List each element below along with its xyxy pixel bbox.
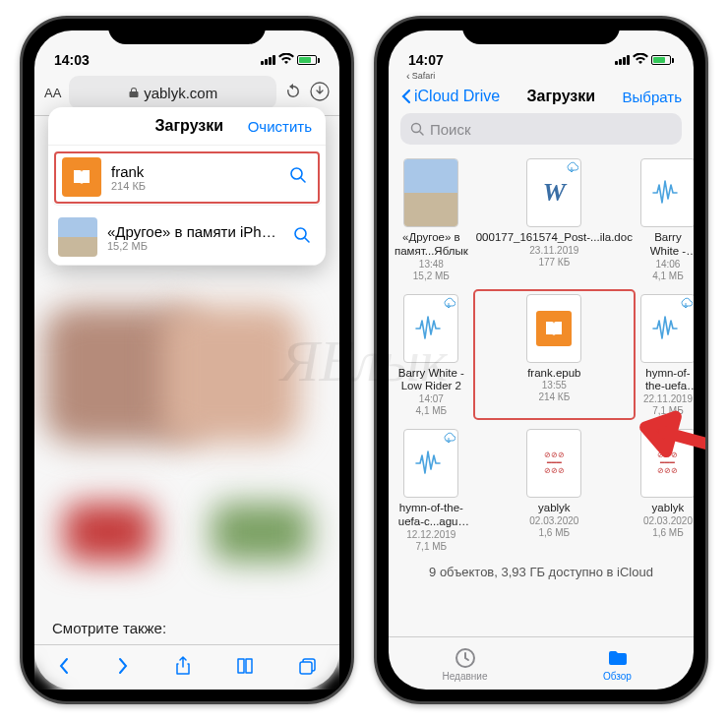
file-size: 15,2 МБ: [394, 270, 468, 282]
image-thumb: [58, 217, 97, 257]
file-date: 23.11.2019: [476, 245, 633, 257]
bookmarks-button[interactable]: [235, 657, 255, 679]
reload-button[interactable]: [284, 83, 302, 103]
file-date: 13:48: [394, 259, 468, 270]
file-size: 4,1 МБ: [640, 270, 694, 282]
audio-file-icon: [640, 294, 694, 363]
file-size: 214 КБ: [476, 391, 633, 403]
file-name: 000177_161574_Post-...ila.doc: [476, 231, 633, 245]
cellular-icon: [261, 55, 275, 65]
file-name: yablyk: [476, 502, 633, 515]
download-size: 214 КБ: [111, 180, 274, 192]
file-item[interactable]: «Другое» в памят...Яблык13:4815,2 МБ: [393, 154, 470, 284]
cellular-icon: [615, 55, 630, 65]
file-item[interactable]: W000177_161574_Post-...ila.doc23.11.2019…: [474, 154, 635, 284]
search-icon: [410, 122, 424, 136]
svg-point-1: [291, 168, 302, 179]
svg-point-2: [295, 228, 306, 239]
back-icloud-drive[interactable]: iCloud Drive: [400, 88, 500, 105]
file-item[interactable]: Barry White - Low Rider14:064,1 МБ: [638, 154, 694, 284]
file-name: Barry White - Low Rider: [640, 231, 694, 259]
svg-point-5: [412, 124, 421, 133]
img-file-icon: [403, 158, 458, 227]
cloud-download-icon: [442, 297, 455, 311]
select-button[interactable]: Выбрать: [623, 89, 682, 105]
file-size: 1,6 МБ: [476, 527, 633, 539]
epub-file-icon: [526, 294, 581, 363]
file-name: yablyk: [640, 502, 694, 515]
battery-icon: [651, 55, 674, 65]
file-item[interactable]: frank.epub13:55214 КБ: [474, 290, 635, 420]
phone-safari: 14:03 AA yablyk.com iPa: [20, 16, 354, 704]
file-name: frank.epub: [476, 367, 633, 381]
notch: [108, 19, 266, 44]
file-item[interactable]: hymn-of-the-uefa-c...ague 212.12.20197,1…: [393, 425, 470, 555]
downloads-title: Загрузки: [155, 117, 224, 135]
search-placeholder: Поиск: [430, 121, 471, 138]
pdf-file-icon: ⊘⊘⊘━━━⊘⊘⊘: [526, 429, 581, 498]
lock-icon: [128, 87, 140, 98]
phone-files: 14:07 ‹Safari iCloud Drive Загрузки Выбр…: [374, 16, 708, 704]
file-size: 1,6 МБ: [640, 527, 694, 539]
file-grid: «Другое» в памят...Яблык13:4815,2 МБW000…: [389, 150, 694, 555]
audio-file-icon: [640, 158, 694, 227]
file-date: 12.12.2019: [394, 529, 468, 541]
see-also: Смотрите также:: [52, 620, 166, 636]
file-name: Barry White - Low Rider 2: [394, 367, 468, 394]
file-size: 7,1 МБ: [394, 541, 468, 553]
search-input[interactable]: Поиск: [400, 113, 682, 145]
file-date: 14:07: [394, 393, 468, 405]
wifi-icon: [633, 52, 648, 68]
svg-rect-4: [300, 662, 312, 674]
download-size: 15,2 МБ: [107, 240, 278, 252]
cloud-download-icon: [442, 432, 455, 446]
file-date: 02.03.2020: [640, 515, 694, 527]
status-time: 14:03: [54, 52, 113, 68]
reveal-in-files-icon[interactable]: [288, 226, 316, 248]
file-name: «Другое» в памят...Яблык: [394, 231, 468, 259]
doc-file-icon: W: [526, 158, 581, 227]
clear-button[interactable]: Очистить: [248, 118, 312, 135]
tab-bar: Недавние Обзор: [389, 636, 694, 690]
audio-file-icon: [403, 429, 458, 498]
notch: [462, 19, 620, 44]
files-header: iCloud Drive Загрузки Выбрать: [389, 82, 694, 109]
tabs-button[interactable]: [298, 657, 318, 679]
url-field[interactable]: yablyk.com: [69, 76, 276, 109]
tab-recent[interactable]: Недавние: [389, 637, 541, 690]
status-time: 14:07: [408, 52, 467, 68]
downloads-panel: Загрузки Очистить frank214 КБ«Другое» в …: [48, 107, 326, 266]
safari-toolbar: [34, 644, 339, 690]
file-date: 02.03.2020: [476, 515, 633, 527]
download-name: «Другое» в памяти iPhon...: [107, 223, 278, 240]
file-name: hymn-of-the-uefa-c...ague 2: [394, 502, 468, 529]
screen: 14:07 ‹Safari iCloud Drive Загрузки Выбр…: [389, 30, 694, 690]
url-text: yablyk.com: [144, 85, 217, 101]
text-size-button[interactable]: AA: [44, 86, 61, 100]
file-size: 177 КБ: [476, 257, 633, 269]
file-item[interactable]: Barry White - Low Rider 214:074,1 МБ: [393, 290, 470, 420]
file-size: 4,1 МБ: [394, 405, 468, 417]
share-button[interactable]: [174, 656, 192, 680]
download-item[interactable]: «Другое» в памяти iPhon...15,2 МБ: [48, 210, 326, 266]
breadcrumb[interactable]: ‹Safari: [389, 70, 694, 82]
cloud-download-icon: [565, 161, 578, 175]
file-name: hymn-of-the-uefa-c...league: [640, 367, 694, 394]
reveal-in-files-icon[interactable]: [284, 166, 312, 188]
file-date: 14:06: [640, 259, 694, 270]
file-item[interactable]: ⊘⊘⊘━━━⊘⊘⊘yablyk02.03.20201,6 МБ: [474, 425, 635, 555]
tab-browse[interactable]: Обзор: [541, 637, 694, 690]
battery-icon: [297, 55, 320, 65]
download-name: frank: [111, 163, 274, 180]
back-button[interactable]: [56, 657, 72, 679]
wifi-icon: [278, 52, 294, 68]
cloud-download-icon: [679, 297, 693, 311]
forward-button[interactable]: [115, 657, 131, 679]
download-item[interactable]: frank214 КБ: [52, 150, 322, 206]
book-icon: [62, 157, 101, 197]
downloads-button[interactable]: [310, 82, 330, 104]
screen: 14:03 AA yablyk.com iPa: [34, 30, 339, 690]
page-title: Загрузки: [527, 88, 596, 105]
summary-text: 9 объектов, 3,93 ГБ доступно в iCloud: [389, 555, 694, 585]
file-date: 13:55: [476, 380, 633, 391]
